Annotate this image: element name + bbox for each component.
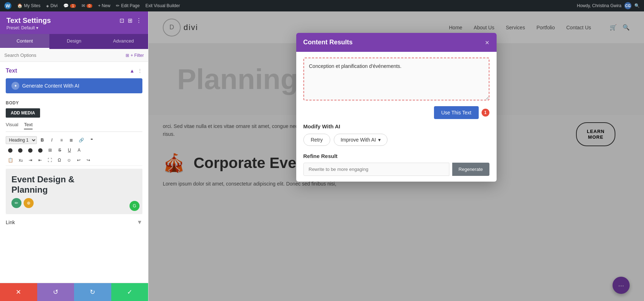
section-options-icon[interactable]: ⋮ bbox=[137, 68, 142, 74]
strikethrough-button[interactable]: S bbox=[55, 146, 64, 154]
divi-menu[interactable]: ◈ Divi bbox=[46, 3, 58, 8]
indent-button[interactable]: ⇥ bbox=[26, 156, 35, 164]
table-button[interactable]: ⊞ bbox=[46, 146, 54, 154]
pencil-icon: ✏ bbox=[116, 3, 119, 8]
align-right-button[interactable]: ⬤ bbox=[26, 146, 35, 154]
edit-page-btn[interactable]: ✏ Edit Page bbox=[116, 3, 140, 8]
undo-button[interactable]: ↺ bbox=[37, 283, 74, 301]
wp-logo-icon[interactable]: W bbox=[4, 2, 11, 9]
redo-editor-button[interactable]: ↪ bbox=[84, 156, 93, 164]
search-icon[interactable]: 🔍 bbox=[634, 3, 640, 8]
house-icon: 🏠 bbox=[17, 3, 23, 8]
filter-button[interactable]: ⊞ + Filter bbox=[126, 53, 144, 58]
panel-tabs: Content Design Advanced bbox=[0, 34, 148, 49]
use-this-text-button[interactable]: Use This Text bbox=[434, 106, 478, 119]
ai-icon: ✦ bbox=[11, 82, 19, 90]
retry-button[interactable]: Retry bbox=[303, 134, 330, 146]
comment-icon: 💬 bbox=[63, 3, 69, 8]
exit-builder-btn[interactable]: Exit Visual Builder bbox=[145, 3, 180, 8]
heading-select[interactable]: Heading 1 Heading 2 Paragraph bbox=[6, 136, 37, 144]
link-chevron-icon: ▼ bbox=[137, 219, 142, 226]
search-bar: ⊞ + Filter bbox=[0, 49, 148, 62]
text-section-header: Text ▲ ⋮ bbox=[6, 68, 142, 74]
bold-button[interactable]: B bbox=[38, 136, 47, 144]
blockquote-button[interactable]: ❝ bbox=[87, 136, 96, 144]
editor-tab-visual[interactable]: Visual bbox=[6, 122, 18, 129]
align-justify-button[interactable]: ⬤ bbox=[36, 146, 45, 154]
link-section[interactable]: Link ▼ bbox=[6, 214, 142, 231]
emoji-button[interactable]: ☺ bbox=[65, 156, 73, 164]
panel-restore-button[interactable]: ⊡ bbox=[119, 17, 124, 24]
settings-icon-btn[interactable]: ⊕ bbox=[24, 198, 34, 208]
user-avatar[interactable]: CG bbox=[624, 2, 631, 9]
redo-button[interactable]: ↻ bbox=[74, 283, 111, 301]
admin-bar: W 🏠 My Sites ◈ Divi 💬 1 ✉ 0 + New ✏ Edit… bbox=[0, 0, 644, 11]
modal-body: Use This Text 1 Modify With AI Retry Imp… bbox=[296, 52, 497, 182]
website-area: D divi Home About Us Services Portfolio … bbox=[148, 11, 644, 301]
admin-user-greeting: Howdy, Christina Gwira bbox=[577, 3, 621, 8]
message-badge: 0 bbox=[87, 4, 92, 8]
search-options-input[interactable] bbox=[4, 53, 123, 58]
notification-badge: 1 bbox=[482, 109, 489, 117]
panel-content: Text ▲ ⋮ ✦ Generate Content With AI Body… bbox=[0, 62, 148, 283]
editor-tab-text[interactable]: Text bbox=[24, 122, 33, 129]
tab-content[interactable]: Content bbox=[0, 34, 49, 49]
tab-design[interactable]: Design bbox=[49, 34, 99, 49]
refine-row: Regenerate bbox=[303, 163, 489, 176]
result-textarea[interactable] bbox=[303, 58, 489, 100]
edit-icon-btn[interactable]: ✏ bbox=[11, 198, 21, 208]
panel-header: Text Settings ⊡ ⊞ ⋮ Preset: Default ▾ bbox=[0, 11, 148, 34]
my-sites-menu[interactable]: 🏠 My Sites bbox=[17, 3, 40, 8]
modal-close-button[interactable]: × bbox=[485, 39, 489, 46]
unordered-list-button[interactable]: ≡ bbox=[57, 136, 66, 144]
tab-advanced[interactable]: Advanced bbox=[99, 34, 148, 49]
comment-badge: 1 bbox=[70, 4, 76, 8]
outdent-button[interactable]: ⇤ bbox=[36, 156, 44, 164]
modify-buttons: Retry Improve With AI ▾ bbox=[303, 134, 489, 146]
main-layout: Text Settings ⊡ ⊞ ⋮ Preset: Default ▾ Co… bbox=[0, 11, 644, 301]
align-center-button[interactable]: ⬤ bbox=[16, 146, 25, 154]
comments-menu[interactable]: 💬 1 bbox=[63, 3, 76, 8]
editor-tabs: Visual Text bbox=[6, 122, 142, 132]
editor-preview: Event Design &Planning ✏ ⊕ G bbox=[6, 169, 142, 214]
generate-ai-button[interactable]: ✦ Generate Content With AI bbox=[6, 78, 142, 93]
undo-editor-button[interactable]: ↩ bbox=[74, 156, 83, 164]
content-results-modal: Content Results × Use This Text 1 Modify… bbox=[296, 33, 497, 182]
grammarly-icon[interactable]: G bbox=[130, 201, 140, 211]
chevron-down-icon: ▾ bbox=[378, 137, 381, 143]
text-color-button[interactable]: A bbox=[75, 146, 83, 154]
panel-footer: ✕ ↺ ↻ ✓ bbox=[0, 283, 148, 301]
align-left-button[interactable]: ⬤ bbox=[6, 146, 15, 154]
save-button[interactable]: ✓ bbox=[111, 283, 148, 301]
italic-button[interactable]: I bbox=[48, 136, 56, 144]
refine-input[interactable] bbox=[303, 163, 449, 176]
new-content-menu[interactable]: + New bbox=[98, 3, 110, 8]
panel-split-button[interactable]: ⊞ bbox=[128, 17, 132, 24]
editor-toolbar: Heading 1 Heading 2 Paragraph B I ≡ ≣ 🔗 … bbox=[6, 135, 142, 166]
use-text-row: Use This Text 1 bbox=[303, 106, 489, 119]
section-collapse-icon[interactable]: ▲ bbox=[130, 68, 135, 74]
cancel-button[interactable]: ✕ bbox=[0, 283, 37, 301]
link-button[interactable]: 🔗 bbox=[77, 136, 86, 144]
modal-overlay: Content Results × Use This Text 1 Modify… bbox=[148, 11, 644, 301]
paste-button[interactable]: 📋 bbox=[6, 156, 15, 164]
special-char-button[interactable]: Ω bbox=[55, 156, 64, 164]
ordered-list-button[interactable]: ≣ bbox=[67, 136, 75, 144]
refine-label: Refine Result bbox=[303, 153, 489, 159]
panel-title: Text Settings bbox=[6, 16, 51, 25]
improve-with-ai-button[interactable]: Improve With AI ▾ bbox=[334, 134, 387, 146]
preview-text: Event Design &Planning bbox=[11, 174, 137, 195]
modal-header: Content Results × bbox=[296, 33, 497, 52]
link-label: Link bbox=[6, 219, 15, 225]
message-icon: ✉ bbox=[82, 3, 85, 8]
divi-icon: ◈ bbox=[46, 4, 49, 8]
messages-menu[interactable]: ✉ 0 bbox=[82, 3, 92, 8]
fullscreen-button[interactable]: ⛶ bbox=[45, 156, 54, 164]
panel-more-button[interactable]: ⋮ bbox=[136, 17, 142, 24]
underline-button[interactable]: U bbox=[65, 146, 74, 154]
regenerate-button[interactable]: Regenerate bbox=[452, 163, 489, 176]
panel-preset[interactable]: Preset: Default ▾ bbox=[6, 25, 142, 30]
body-label: Body bbox=[6, 100, 142, 105]
add-media-button[interactable]: ADD MEDIA bbox=[6, 108, 40, 118]
subscript-button[interactable]: x₂ bbox=[16, 156, 25, 164]
